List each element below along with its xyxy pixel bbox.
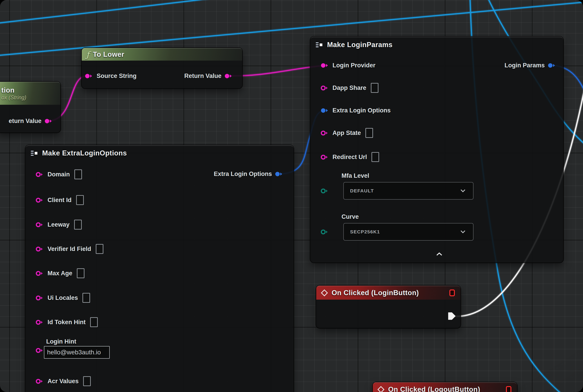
pin-label: Dapp Share <box>332 84 366 92</box>
curve-pin-icon[interactable] <box>320 228 330 236</box>
ui-locales-checkbox[interactable] <box>82 293 90 303</box>
verifier-id-field-pin-icon[interactable] <box>35 246 45 252</box>
node-title: Make ExtraLoginOptions <box>42 149 127 157</box>
domain-pin-icon[interactable] <box>35 171 45 178</box>
pin-label: Id Token Hint <box>48 319 86 326</box>
pin-label: App State <box>332 130 361 136</box>
pin-label: Ui Locales <box>48 294 78 302</box>
redirect-url-checkbox[interactable] <box>372 152 379 162</box>
event-diamond-icon <box>321 289 328 296</box>
mfa-level-group: Mfa Level DEFAULT <box>320 172 474 200</box>
pin-label: Redirect Url <box>332 154 367 161</box>
node-onclicked-logoutbutton[interactable]: On Clicked (LogoutButton) <box>373 382 517 392</box>
node-make-extraloginoptions[interactable]: Make ExtraLoginOptions Domain Client Id … <box>26 145 294 392</box>
curve-group: Curve SECP256K1 <box>320 213 474 240</box>
node-title: On Clicked (LoginButton) <box>332 289 419 297</box>
mfa-level-value: DEFAULT <box>350 188 374 194</box>
node-onclicked-logoutbutton-header[interactable]: On Clicked (LogoutButton) <box>373 382 517 392</box>
acr-values-checkbox[interactable] <box>83 376 91 386</box>
node-subtitle: ox (String) <box>1 94 26 101</box>
redirect-url-pin-icon[interactable] <box>320 154 330 161</box>
node-title: Make LoginParams <box>327 41 393 49</box>
collapse-node-button[interactable] <box>435 251 444 257</box>
function-f-icon: ƒ <box>86 50 89 59</box>
curve-label: Curve <box>342 213 474 220</box>
login-provider-pin-icon[interactable] <box>320 62 330 69</box>
blueprint-canvas[interactable]: tion ox (String) eturn Value ƒ To Lower … <box>0 0 583 392</box>
node-onclicked-loginbutton-header[interactable]: On Clicked (LoginButton) <box>316 286 460 300</box>
client-id-checkbox[interactable] <box>76 195 84 205</box>
node-make-loginparams[interactable]: Make LoginParams Login Provider Dapp Sha… <box>310 37 563 262</box>
wire-cyan-topleft-1[interactable] <box>0 0 252 24</box>
pin-label: Max Age <box>48 270 72 277</box>
extra-login-options-in-pin-icon[interactable] <box>320 107 330 114</box>
node-to-lower[interactable]: ƒ To Lower Source String Return Value <box>82 48 242 88</box>
dapp-share-checkbox[interactable] <box>371 83 378 93</box>
exec-out-pin-icon[interactable] <box>448 311 456 321</box>
mfa-level-label: Mfa Level <box>342 172 474 179</box>
extra-login-options-out-pin-icon[interactable] <box>274 170 284 178</box>
node-onclicked-loginbutton[interactable]: On Clicked (LoginButton) <box>316 286 460 328</box>
domain-checkbox[interactable] <box>74 170 82 179</box>
pin-label: Extra Login Options <box>332 107 390 114</box>
pin-label: Return Value <box>184 72 222 80</box>
node-title: tion <box>1 86 15 94</box>
blueprint-editor: tion ox (String) eturn Value ƒ To Lower … <box>0 0 583 392</box>
pin-label: eturn Value <box>8 118 42 124</box>
client-id-pin-icon[interactable] <box>35 197 45 204</box>
make-struct-icon <box>30 150 38 157</box>
leeway-checkbox[interactable] <box>74 220 82 230</box>
curve-dropdown[interactable]: SECP256K1 <box>343 223 474 240</box>
node-title: To Lower <box>93 50 124 58</box>
app-state-pin-icon[interactable] <box>320 130 330 136</box>
login-params-out-pin-icon[interactable] <box>547 62 557 69</box>
node-make-extraloginoptions-header[interactable]: Make ExtraLoginOptions <box>26 145 294 160</box>
login-hint-label: Login Hint <box>46 338 110 345</box>
delegate-square-icon <box>449 289 455 296</box>
leeway-pin-icon[interactable] <box>35 221 45 228</box>
pin-label: Acr Values <box>48 378 78 385</box>
pin-label: Extra Login Options <box>214 170 272 178</box>
curve-value: SECP256K1 <box>350 229 380 234</box>
pin-label: Login Provider <box>332 62 376 69</box>
chevron-down-icon <box>460 230 466 234</box>
pin-label: Leeway <box>48 221 70 228</box>
node-to-lower-header[interactable]: ƒ To Lower <box>82 48 242 60</box>
chevron-down-icon <box>460 189 466 192</box>
pin-label: Client Id <box>48 197 72 204</box>
ui-locales-pin-icon[interactable] <box>35 294 45 302</box>
return-value-pin-icon[interactable] <box>44 118 54 124</box>
delegate-square-icon <box>506 386 512 392</box>
make-struct-icon <box>315 41 324 48</box>
max-age-pin-icon[interactable] <box>35 270 45 277</box>
pin-label: Verifier Id Field <box>48 246 91 252</box>
login-hint-input[interactable] <box>44 346 110 359</box>
pin-label: Login Params <box>504 62 545 69</box>
pin-label: Domain <box>48 171 70 178</box>
acr-values-pin-icon[interactable] <box>35 378 45 385</box>
source-string-pin-icon[interactable] <box>84 72 94 80</box>
id-token-hint-pin-icon[interactable] <box>35 319 45 326</box>
node-title: On Clicked (LogoutButton) <box>388 386 480 392</box>
login-hint-pin-icon[interactable] <box>35 347 45 354</box>
app-state-checkbox[interactable] <box>366 128 373 138</box>
mfa-level-pin-icon[interactable] <box>320 188 330 194</box>
id-token-hint-checkbox[interactable] <box>90 317 98 327</box>
event-diamond-icon <box>377 386 384 392</box>
pin-label: Source String <box>97 72 136 80</box>
login-hint-group: Login Hint <box>35 338 110 359</box>
node-make-loginparams-header[interactable]: Make LoginParams <box>310 37 563 52</box>
verifier-id-field-checkbox[interactable] <box>96 244 104 254</box>
node-callfunction-partial[interactable]: tion ox (String) eturn Value <box>0 82 60 132</box>
max-age-checkbox[interactable] <box>77 268 84 278</box>
chevron-up-icon <box>436 252 442 256</box>
node-callfunction-partial-header[interactable]: tion ox (String) <box>0 82 60 105</box>
return-value-pin-icon[interactable] <box>224 72 234 80</box>
dapp-share-pin-icon[interactable] <box>320 84 330 92</box>
mfa-level-dropdown[interactable]: DEFAULT <box>343 182 474 200</box>
